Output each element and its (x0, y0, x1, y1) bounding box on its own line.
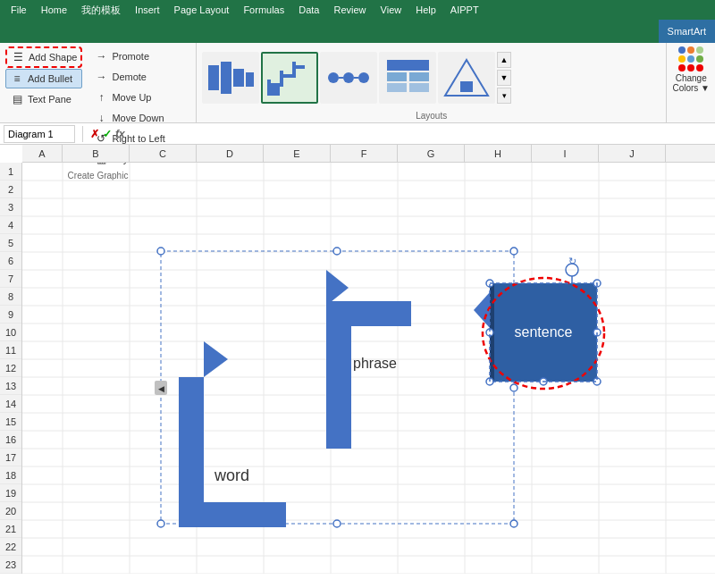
ribbon: ☰ Add Shape ≡ Add Bullet ▤ Text Pane (0, 43, 715, 123)
formula-check-icon[interactable]: ✓ (103, 128, 112, 140)
menu-home[interactable]: Home (34, 3, 74, 17)
row-10: 10 (0, 323, 21, 341)
svg-rect-12 (292, 62, 296, 78)
menu-mytemplate[interactable]: 我的模板 (74, 2, 128, 19)
row-11: 11 (0, 341, 21, 359)
layouts-title: Layouts (202, 109, 660, 121)
row-19: 19 (0, 484, 21, 502)
svg-rect-3 (246, 72, 254, 87)
layout-scroll: ▲ ▼ ▾ (497, 52, 511, 104)
menu-bar: File Home 我的模板 Insert Page Layout Formul… (0, 0, 715, 20)
move-up-icon: ↑ (94, 90, 108, 105)
svg-rect-18 (387, 60, 429, 71)
menu-data[interactable]: Data (291, 3, 326, 17)
promote-label: Promote (112, 51, 149, 62)
svg-point-14 (343, 72, 354, 83)
color-dots (678, 46, 703, 71)
layout-scroll-up[interactable]: ▲ (497, 52, 511, 68)
row-7: 7 (0, 270, 21, 288)
svg-marker-71 (204, 341, 228, 377)
menu-review[interactable]: Review (326, 3, 373, 17)
menu-aippt[interactable]: AIPPT (443, 3, 486, 17)
row-5: 5 (0, 234, 21, 252)
grid-content[interactable]: ◀ word phrase (22, 163, 715, 574)
col-header-g: G (398, 145, 465, 162)
add-bullet-button[interactable]: ≡ Add Bullet (5, 69, 82, 88)
change-colors-label: ChangeColors ▼ (672, 73, 710, 93)
svg-rect-0 (208, 65, 219, 90)
name-box[interactable]: Diagram 1 (4, 125, 75, 143)
row-13: 13 (0, 377, 21, 395)
layout-item-5[interactable] (438, 52, 495, 104)
layout-item-1[interactable] (202, 52, 259, 104)
svg-rect-10 (267, 80, 271, 96)
svg-point-63 (510, 384, 517, 391)
layout-scroll-down[interactable]: ▼ (497, 70, 511, 86)
svg-rect-24 (460, 81, 473, 92)
row-3: 3 (0, 198, 21, 216)
svg-rect-11 (280, 71, 283, 87)
svg-text:◀: ◀ (158, 384, 164, 393)
menu-view[interactable]: View (374, 3, 409, 17)
svg-point-61 (510, 248, 517, 255)
move-down-button[interactable]: ↓ Move Down (89, 108, 169, 128)
layout-item-2[interactable] (261, 52, 318, 104)
svg-rect-74 (326, 301, 411, 326)
text-pane-label: Text Pane (28, 94, 72, 105)
add-shape-button[interactable]: ☰ Add Shape (5, 46, 82, 68)
col-header-b: B (63, 145, 130, 162)
menu-pagelayout[interactable]: Page Layout (167, 3, 237, 17)
svg-point-59 (157, 248, 164, 255)
formula-divider (82, 126, 83, 142)
svg-rect-2 (233, 69, 244, 87)
text-pane-button[interactable]: ▤ Text Pane (5, 89, 82, 109)
promote-icon: → (94, 49, 108, 63)
add-bullet-label: Add Bullet (28, 73, 72, 84)
row-14: 14 (0, 395, 21, 413)
menu-file[interactable]: File (4, 3, 34, 17)
menu-insert[interactable]: Insert (128, 3, 167, 17)
layout-item-3[interactable] (320, 52, 377, 104)
menu-help[interactable]: Help (408, 3, 443, 17)
grid-area: 1 2 3 4 5 6 7 8 9 10 11 12 13 14 15 16 1… (0, 163, 715, 574)
svg-point-60 (333, 248, 341, 255)
smartart-diagram[interactable]: ◀ word phrase (22, 163, 715, 574)
move-down-icon: ↓ (94, 111, 108, 125)
row-8: 8 (0, 288, 21, 306)
svg-rect-22 (409, 83, 429, 92)
promote-button[interactable]: → Promote (89, 46, 169, 66)
row-16: 16 (0, 431, 21, 449)
fx-icon[interactable]: fx (115, 128, 125, 140)
move-up-button[interactable]: ↑ Move Up (89, 88, 169, 107)
col-header-h: H (465, 145, 532, 162)
svg-rect-70 (179, 502, 286, 527)
row-15: 15 (0, 413, 21, 431)
svg-point-65 (333, 520, 341, 527)
layout-scroll-expand[interactable]: ▾ (497, 88, 511, 104)
change-colors-group[interactable]: ChangeColors ▼ (666, 43, 715, 122)
layouts-row: ▲ ▼ ▾ (202, 46, 660, 109)
row-4: 4 (0, 216, 21, 234)
formula-x-icon[interactable]: ✗ (90, 128, 99, 140)
smartart-tab-label[interactable]: SmartArt (668, 26, 706, 37)
demote-icon: → (94, 70, 108, 84)
row-17: 17 (0, 449, 21, 466)
svg-rect-19 (387, 72, 407, 81)
svg-rect-1 (221, 62, 231, 94)
col-header-d: D (197, 145, 264, 162)
col-header-e: E (264, 145, 331, 162)
col-header-c: C (130, 145, 197, 162)
menu-formulas[interactable]: Formulas (236, 3, 291, 17)
add-shape-label: Add Shape (29, 52, 77, 63)
row-12: 12 (0, 359, 21, 377)
create-graphic-group: ☰ Add Shape ≡ Add Bullet ▤ Text Pane (0, 43, 197, 122)
svg-point-15 (358, 72, 369, 83)
demote-button[interactable]: → Demote (89, 67, 169, 87)
row-numbers: 1 2 3 4 5 6 7 8 9 10 11 12 13 14 15 16 1… (0, 163, 22, 574)
layout-item-4[interactable] (379, 52, 436, 104)
move-down-label: Move Down (112, 113, 164, 123)
svg-text:phrase: phrase (353, 356, 397, 371)
row-21: 21 (0, 520, 21, 538)
row-9: 9 (0, 306, 21, 323)
svg-point-13 (328, 72, 339, 83)
